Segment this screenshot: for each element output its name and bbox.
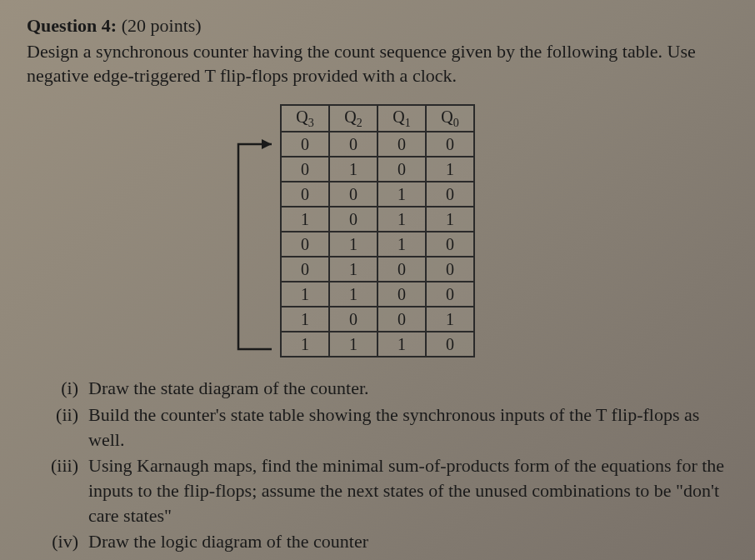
table-row: 1001 [281, 307, 474, 332]
subpart-iii: (iii) Using Karnaugh maps, find the mini… [47, 453, 728, 528]
table-wrapper: Q3 Q2 Q1 Q0 0000010100101011011001001100… [27, 104, 728, 358]
question-header: Question 4: (20 points) [27, 15, 728, 37]
table-cell: 0 [378, 157, 426, 182]
table-cell: 1 [281, 332, 329, 357]
table-cell: 1 [378, 182, 426, 207]
table-cell: 0 [281, 182, 329, 207]
subpart-label: (i) [47, 376, 88, 401]
table-cell: 1 [281, 282, 329, 307]
table-cell: 0 [378, 282, 426, 307]
table-row: 1100 [281, 282, 474, 307]
subpart-ii: (ii) Build the counter's state table sho… [47, 402, 728, 452]
header-q3: Q3 [281, 105, 329, 132]
table-cell: 0 [426, 257, 474, 282]
subpart-iv: (iv) Draw the logic diagram of the count… [47, 529, 728, 554]
question-label: Question 4: [27, 15, 117, 36]
table-cell: 1 [426, 207, 474, 232]
table-cell: 0 [281, 257, 329, 282]
subpart-label: (iii) [47, 453, 88, 528]
table-cell: 0 [426, 232, 474, 257]
subpart-text: Build the counter's state table showing … [88, 402, 728, 452]
table-cell: 0 [281, 132, 329, 157]
table-cell: 0 [329, 207, 378, 232]
table-cell: 1 [281, 207, 329, 232]
table-cell: 1 [378, 332, 426, 357]
table-cell: 1 [329, 257, 378, 282]
header-q2: Q2 [329, 105, 378, 132]
table-row: 0000 [281, 132, 474, 157]
table-cell: 1 [378, 207, 426, 232]
header-q0: Q0 [426, 105, 474, 132]
subparts-list: (i) Draw the state diagram of the counte… [27, 376, 728, 554]
header-q1: Q1 [378, 105, 426, 132]
table-cell: 1 [329, 157, 378, 182]
table-row: 0110 [281, 232, 474, 257]
subpart-text: Draw the logic diagram of the counter [88, 529, 728, 554]
table-row: 0010 [281, 182, 474, 207]
table-cell: 0 [378, 257, 426, 282]
subpart-label: (ii) [47, 402, 88, 452]
table-cell: 0 [378, 132, 426, 157]
table-cell: 0 [426, 282, 474, 307]
subpart-label: (iv) [47, 529, 88, 554]
table-cell: 0 [426, 182, 474, 207]
question-points: (20 points) [122, 15, 202, 36]
table-cell: 1 [329, 282, 378, 307]
subpart-text: Draw the state diagram of the counter. [88, 376, 728, 401]
table-cell: 1 [329, 332, 378, 357]
table-cell: 1 [378, 232, 426, 257]
subpart-text: Using Karnaugh maps, find the minimal su… [88, 453, 728, 528]
table-cell: 0 [329, 307, 378, 332]
table-row: 1011 [281, 207, 474, 232]
table-cell: 1 [329, 232, 378, 257]
table-row: 1110 [281, 332, 474, 357]
table-header-row: Q3 Q2 Q1 Q0 [281, 105, 474, 132]
question-prompt: Design a synchronous counter having the … [27, 40, 728, 88]
table-cell: 0 [426, 132, 474, 157]
table-cell: 0 [329, 182, 378, 207]
table-cell: 0 [281, 157, 329, 182]
table-cell: 0 [378, 307, 426, 332]
table-cell: 0 [329, 132, 378, 157]
subpart-i: (i) Draw the state diagram of the counte… [47, 376, 728, 401]
table-cell: 0 [426, 332, 474, 357]
table-cell: 1 [281, 307, 329, 332]
table-cell: 0 [281, 232, 329, 257]
table-row: 0100 [281, 257, 474, 282]
state-table: Q3 Q2 Q1 Q0 0000010100101011011001001100… [280, 104, 475, 358]
table-container: Q3 Q2 Q1 Q0 0000010100101011011001001100… [280, 104, 475, 358]
table-cell: 1 [426, 307, 474, 332]
table-cell: 1 [426, 157, 474, 182]
table-body: 000001010010101101100100110010011110 [281, 132, 474, 357]
loop-arrow-icon [227, 104, 285, 358]
table-row: 0101 [281, 157, 474, 182]
